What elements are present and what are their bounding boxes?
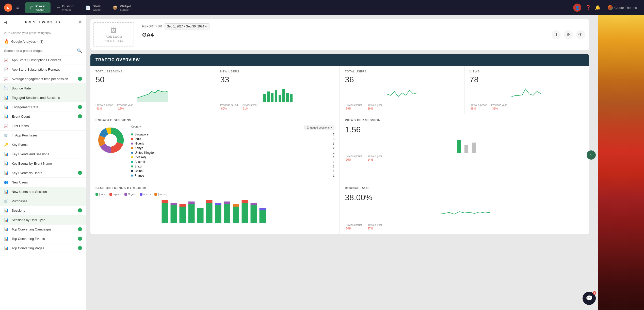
new-users-label: NEW USERS xyxy=(220,70,334,73)
item-label: Event Count xyxy=(12,115,75,118)
item-icon: 🛒 xyxy=(4,199,9,203)
bundle-sublabel: Bundle xyxy=(120,8,131,11)
report-title: GA4 xyxy=(142,32,542,38)
item-label: Sessions xyxy=(12,209,75,212)
sort-button[interactable]: Engaged sessions ▾ xyxy=(304,125,334,130)
tab-custom-widget[interactable]: ✏ Custom Widget xyxy=(52,2,79,13)
sidebar-item-engaged-sessions[interactable]: 📊 Engaged Sessions and Sessions xyxy=(0,93,86,102)
sidebar-item-app-store-converts[interactable]: 📈 App Store Subscriptions Converts xyxy=(0,55,86,65)
sidebar-item-event-count[interactable]: 📊 Event Count i xyxy=(0,112,86,121)
country-table-header: Country Engaged sessions ▾ xyxy=(131,125,334,131)
item-icon: 📊 xyxy=(4,171,9,175)
bounce-rate-cell: BOUNCE RATE 38.00% Previous period -34% xyxy=(340,182,589,234)
total-sessions-chart xyxy=(95,86,210,102)
country-row-china: China 1 xyxy=(131,169,334,173)
country-table: Country Engaged sessions ▾ Singapore 7 I xyxy=(131,125,334,178)
views-per-session-cell: VIEWS PER SESSION 1.56 Previous perio xyxy=(340,114,589,182)
item-icon: 📊 xyxy=(4,161,9,165)
user-avatar[interactable]: 👤 xyxy=(573,4,581,12)
svg-rect-23 xyxy=(188,202,195,204)
logo-placeholder[interactable]: 🖼 ADD LOGO 250 px X 125 px xyxy=(93,22,134,47)
metric-total-sessions: TOTAL SESSIONS 50 Previous period -41% xyxy=(90,66,215,114)
hamburger-menu[interactable]: ≡ xyxy=(16,5,19,10)
date-range-button[interactable]: Sep 1, 2024 - Sep 30, 2024 ▾ xyxy=(164,23,210,29)
metric-total-users: TOTAL USERS 36 Previous period -79% xyxy=(340,66,464,114)
svg-rect-30 xyxy=(224,202,230,204)
country-row-singapore: Singapore 7 xyxy=(131,132,334,137)
svg-rect-21 xyxy=(180,204,186,207)
ga-icon: 🔥 xyxy=(4,39,9,44)
svg-rect-31 xyxy=(233,207,239,223)
svg-marker-2 xyxy=(137,90,168,102)
static-icon: 📄 xyxy=(86,5,91,10)
chat-button[interactable]: 💬 1 xyxy=(583,292,596,305)
item-icon: 🛒 xyxy=(4,133,9,137)
search-input[interactable] xyxy=(4,49,75,53)
sidebar-item-avg-engagement[interactable]: 📈 Average engagement time per session i xyxy=(0,74,86,84)
country-rows-container: Singapore 7 India 5 Nigeria 3 Kenya 2 Un… xyxy=(131,132,334,178)
new-users-comparisons: Previous period -80% Previous year -31% xyxy=(220,104,334,110)
sidebar-item-sessions-user-type[interactable]: 📊 Sessions by User Type xyxy=(0,215,86,225)
total-sessions-comparisons: Previous period -41% Previous year -25% xyxy=(95,104,210,110)
traffic-header: TRAFFIC OVERVIEW xyxy=(90,54,589,66)
preview-button[interactable]: 👁 xyxy=(576,30,585,39)
sidebar-item-key-events-sessions[interactable]: 📊 Key Events and Sessions xyxy=(0,149,86,159)
legend-item-organic: Organic xyxy=(124,193,137,196)
help-button[interactable]: ? xyxy=(587,150,596,160)
share-button[interactable]: ⬆ xyxy=(552,30,561,39)
sidebar-item-new-users-session[interactable]: 📊 New Users and Session xyxy=(0,187,86,196)
total-users-chart xyxy=(345,86,459,102)
logo-area: D ≡ xyxy=(4,4,19,12)
top-navigation: D ≡ ⊞ Preset Widget ✏ Custom Widget 📄 St… xyxy=(0,0,644,15)
sidebar-item-top-converting-campaigns[interactable]: 📊 Top Converting Campaigns i xyxy=(0,225,86,234)
tab-static-widget[interactable]: 📄 Static Widget xyxy=(80,2,107,13)
sidebar-item-engagement-rate[interactable]: 📊 Engagement Rate i xyxy=(0,102,86,112)
svg-rect-17 xyxy=(162,200,168,203)
sidebar-item-in-app-purchases[interactable]: 🛒 In App Purchases xyxy=(0,131,86,140)
notifications-icon[interactable]: 🔔 xyxy=(595,5,601,10)
info-badge: i xyxy=(78,114,82,118)
item-icon: 🔑 xyxy=(4,143,9,147)
static-sublabel: Widget xyxy=(93,8,102,11)
bundle-label: Widget xyxy=(120,4,131,8)
sidebar-item-bounce-rate[interactable]: 📉 Bounce Rate xyxy=(0,84,86,93)
item-label: First Opens xyxy=(12,124,82,128)
total-sessions-label: TOTAL SESSIONS xyxy=(95,70,210,73)
sidebar-item-app-store-renews[interactable]: 📈 App Store Subscriptions Renews xyxy=(0,65,86,74)
new-users-chart xyxy=(220,86,334,102)
right-panel: 🖼 ADD LOGO 250 px X 125 px REPORT FOR Se… xyxy=(86,15,644,310)
svg-rect-18 xyxy=(171,205,177,223)
sidebar-item-key-events-name[interactable]: 📊 Key Events by Event Name xyxy=(0,159,86,168)
svg-rect-7 xyxy=(279,95,281,102)
sidebar-item-new-users[interactable]: 👥 New Users xyxy=(0,178,86,187)
help-icon[interactable]: ❓ xyxy=(585,5,591,10)
svg-rect-16 xyxy=(162,203,168,223)
sidebar-item-key-events[interactable]: 🔑 Key Events xyxy=(0,140,86,149)
preset-label: Preset xyxy=(36,4,46,8)
country-col-label: Country xyxy=(131,125,141,130)
item-label: Top Converting Events xyxy=(12,237,75,241)
sidebar-close-button[interactable]: ✕ xyxy=(78,19,82,25)
sidebar-list: 📈 App Store Subscriptions Converts 📈 App… xyxy=(0,55,86,310)
svg-rect-10 xyxy=(290,94,293,102)
sidebar-back-button[interactable]: ◀ xyxy=(4,20,7,24)
tab-widget-bundle[interactable]: 📦 Widget Bundle xyxy=(108,2,136,13)
svg-text:D: D xyxy=(7,6,9,10)
item-label: Bounce Rate xyxy=(12,86,82,90)
svg-rect-4 xyxy=(267,91,270,102)
sidebar-item-first-opens[interactable]: 📈 First Opens xyxy=(0,121,86,131)
sidebar-item-purchases[interactable]: 🛒 Purchases xyxy=(0,196,86,206)
sidebar-item-key-events-users[interactable]: 📊 Key Events vs Users i xyxy=(0,168,86,178)
item-icon: 📉 xyxy=(4,86,9,90)
sidebar-item-sessions[interactable]: 📊 Sessions i xyxy=(0,206,86,215)
nav-tabs: ⊞ Preset Widget ✏ Custom Widget 📄 Static… xyxy=(25,2,571,13)
colour-themes-button[interactable]: Colour Themes xyxy=(605,4,640,12)
session-trends-cell: SESSION TRENDS BY MEDIUM (none)organicOr… xyxy=(90,182,340,234)
tab-preset-widget[interactable]: ⊞ Preset Widget xyxy=(25,2,51,13)
sidebar-item-top-converting-events[interactable]: 📊 Top Converting Events i xyxy=(0,234,86,243)
svg-rect-38 xyxy=(260,208,266,210)
total-users-comparisons: Previous period -79% Previous year -29% xyxy=(345,104,459,110)
svg-point-12 xyxy=(104,134,117,147)
sidebar-item-top-converting-pages[interactable]: 📊 Top Converting Pages i xyxy=(0,243,86,253)
settings-button[interactable]: ⚙ xyxy=(564,30,573,39)
